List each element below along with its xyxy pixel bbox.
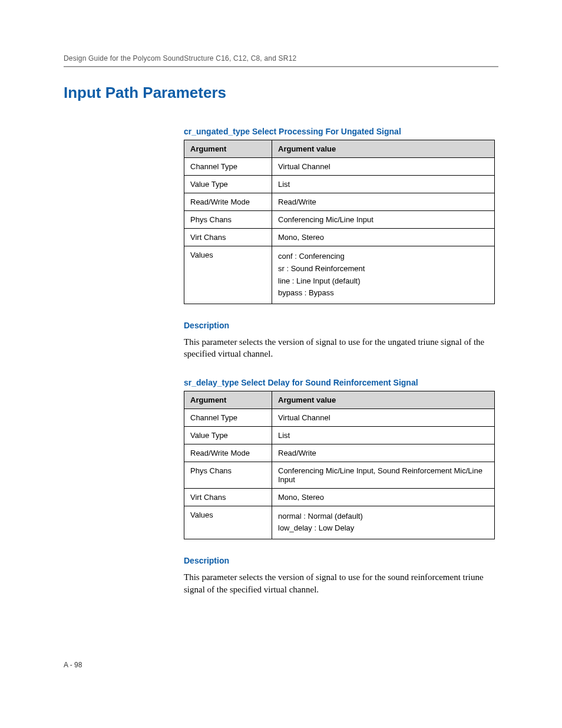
th-argument: Argument bbox=[184, 140, 272, 158]
table-row: Read/Write Mode Read/Write bbox=[184, 444, 495, 462]
cell-value: Conferencing Mic/Line Input, Sound Reinf… bbox=[272, 462, 495, 488]
cell-value: Virtual Channel bbox=[272, 158, 495, 176]
table-row: Value Type List bbox=[184, 176, 495, 193]
value-line: bypass : Bypass bbox=[278, 287, 488, 299]
cell-key: Virt Chans bbox=[184, 488, 272, 506]
table-sr-delay-type: Argument Argument value Channel Type Vir… bbox=[184, 391, 495, 540]
page-title: Input Path Parameters bbox=[64, 84, 498, 102]
value-line: sr : Sound Reinforcement bbox=[278, 263, 488, 275]
description-text: This parameter selects the version of si… bbox=[184, 336, 498, 360]
cell-key: Value Type bbox=[184, 426, 272, 444]
table-row: Channel Type Virtual Channel bbox=[184, 409, 495, 426]
th-argument-value: Argument value bbox=[272, 391, 495, 409]
cell-key: Value Type bbox=[184, 176, 272, 193]
description-label: Description bbox=[184, 556, 498, 565]
table-row: Channel Type Virtual Channel bbox=[184, 158, 495, 176]
cell-key: Channel Type bbox=[184, 158, 272, 176]
cell-value: Mono, Stereo bbox=[272, 488, 495, 506]
table-header-row: Argument Argument value bbox=[184, 140, 495, 158]
cell-value: normal : Normal (default) low_delay : Lo… bbox=[272, 506, 495, 539]
cell-key: Phys Chans bbox=[184, 462, 272, 488]
cell-value: Read/Write bbox=[272, 444, 495, 462]
table-header-row: Argument Argument value bbox=[184, 391, 495, 409]
value-line: low_delay : Low Delay bbox=[278, 522, 488, 535]
th-argument: Argument bbox=[184, 391, 272, 409]
cell-key: Values bbox=[184, 246, 272, 304]
table-row: Phys Chans Conferencing Mic/Line Input bbox=[184, 211, 495, 229]
value-line: conf : Conferencing bbox=[278, 251, 488, 263]
th-argument-value: Argument value bbox=[272, 140, 495, 158]
cell-value: List bbox=[272, 176, 495, 193]
table-row: Phys Chans Conferencing Mic/Line Input, … bbox=[184, 462, 495, 488]
cell-key: Read/Write Mode bbox=[184, 193, 272, 211]
cell-key: Values bbox=[184, 506, 272, 539]
description-text: This parameter selects the version of si… bbox=[184, 571, 498, 595]
table-row: Values normal : Normal (default) low_del… bbox=[184, 506, 495, 539]
cell-key: Virt Chans bbox=[184, 229, 272, 246]
table-row: Virt Chans Mono, Stereo bbox=[184, 488, 495, 506]
cell-value: Virtual Channel bbox=[272, 409, 495, 426]
cell-key: Read/Write Mode bbox=[184, 444, 272, 462]
page-number: A - 98 bbox=[64, 661, 82, 669]
cell-value: conf : Conferencing sr : Sound Reinforce… bbox=[272, 246, 495, 304]
table-cr-ungated-type: Argument Argument value Channel Type Vir… bbox=[184, 140, 495, 304]
header-rule bbox=[64, 66, 498, 67]
cell-value: Read/Write bbox=[272, 193, 495, 211]
table-row: Read/Write Mode Read/Write bbox=[184, 193, 495, 211]
cell-key: Phys Chans bbox=[184, 211, 272, 229]
value-line: line : Line Input (default) bbox=[278, 275, 488, 288]
table-row: Values conf : Conferencing sr : Sound Re… bbox=[184, 246, 495, 304]
value-line: normal : Normal (default) bbox=[278, 510, 488, 523]
cell-key: Channel Type bbox=[184, 409, 272, 426]
cell-value: Mono, Stereo bbox=[272, 229, 495, 246]
description-label: Description bbox=[184, 321, 498, 330]
cell-value: List bbox=[272, 426, 495, 444]
section-title-sr-delay-type: sr_delay_type Select Delay for Sound Rei… bbox=[184, 378, 498, 387]
running-head: Design Guide for the Polycom SoundStruct… bbox=[64, 54, 498, 66]
table-row: Virt Chans Mono, Stereo bbox=[184, 229, 495, 246]
section-title-cr-ungated-type: cr_ungated_type Select Processing For Un… bbox=[184, 127, 498, 136]
table-row: Value Type List bbox=[184, 426, 495, 444]
cell-value: Conferencing Mic/Line Input bbox=[272, 211, 495, 229]
